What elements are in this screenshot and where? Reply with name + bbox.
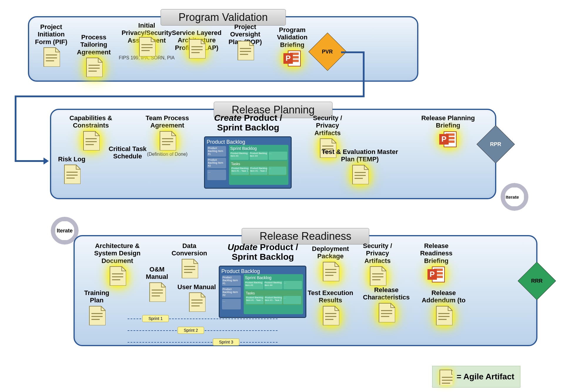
document-icon — [322, 261, 339, 281]
gate-label: PVR — [322, 48, 333, 55]
sprint-lane-line — [128, 342, 278, 343]
artifact-data-conversion: Data Conversion — [169, 242, 210, 279]
product-backlog-panel: Product Backlog Product Backlog Item #1 … — [204, 136, 292, 189]
artifact-label: Training Plan — [78, 289, 116, 304]
artifact-label: Release Addendum (to — [416, 289, 472, 304]
artifact-pta: Process Tailoring Agreement — [69, 33, 119, 78]
artifact-label: Team Process Agreement — [142, 114, 192, 129]
document-icon — [369, 265, 386, 286]
powerpoint-icon — [427, 265, 446, 284]
iterate-label: Iterate — [57, 228, 73, 234]
flow-line — [15, 96, 365, 97]
document-icon — [108, 265, 126, 286]
flow-line — [363, 51, 365, 96]
artifact-label: Process Tailoring Agreement — [69, 33, 119, 56]
artifact-label: Security / Privacy Artifacts — [307, 114, 348, 137]
powerpoint-icon — [283, 49, 302, 68]
legend-text: = Agile Artifact — [457, 372, 514, 381]
artifact-tpa: Team Process Agreement (Definition of Do… — [142, 114, 192, 157]
document-icon — [63, 163, 81, 184]
document-icon — [181, 258, 198, 278]
artifact-pv-briefing: Program Validation Briefing — [270, 26, 314, 69]
artifact-sublabel: (Definition of Done) — [142, 152, 192, 157]
artifact-risk-log: Risk Log — [54, 155, 89, 185]
flow-line — [15, 96, 16, 160]
artifact-slap: Service Layered Architecture Profile (SL… — [170, 29, 223, 60]
backlog-create-title: Create Product / Sprint Backlog — [201, 113, 295, 132]
document-icon — [158, 130, 176, 150]
artifact-training-plan: Training Plan — [78, 289, 116, 326]
artifact-label: Test Execution Results — [304, 289, 357, 304]
artifact-label: User Manual — [175, 283, 219, 291]
document-icon — [82, 130, 100, 150]
iterate-label: Iterate — [506, 195, 523, 200]
artifact-label: Release Readiness Briefing — [413, 242, 460, 264]
artifact-label: Data Conversion — [169, 242, 210, 257]
artifact-asdd: Architecture & System Design Document — [89, 242, 145, 287]
arrow-icon — [44, 158, 49, 165]
artifact-label: Program Validation Briefing — [270, 26, 314, 48]
document-icon — [438, 368, 452, 385]
document-icon — [138, 36, 156, 56]
flow-line — [15, 160, 44, 162]
artifact-ipsa: Initial Privacy/Security Assessment FIPS… — [117, 22, 176, 61]
document-icon — [148, 281, 166, 302]
document-icon — [188, 38, 206, 58]
document-icon — [435, 305, 452, 325]
artifact-security-privacy: Security / Privacy Artifacts — [357, 242, 398, 287]
artifact-rr-briefing: Release Readiness Briefing — [413, 242, 460, 285]
document-icon — [188, 291, 206, 312]
artifact-label: Capabilities & Constraints — [69, 114, 113, 129]
document-icon — [322, 305, 339, 325]
backlog-update-title: Update Product / Sprint Backlog — [216, 242, 310, 262]
artifact-label: Architecture & System Design Document — [89, 242, 145, 264]
tasks-header: Tasks — [231, 162, 286, 166]
artifact-pop: Project Oversight Plan (POP) — [223, 23, 267, 61]
artifact-label: Test & Evaluation Master Plan (TEMP) — [322, 148, 398, 163]
sprint-box-3: Sprint 3 — [213, 339, 239, 346]
gate-label: RRR — [531, 278, 543, 284]
document-icon — [85, 56, 103, 77]
artifact-label: Deployment Package — [307, 245, 354, 260]
artifact-release-addendum: Release Addendum (to — [416, 289, 472, 326]
product-backlog-panel: Product Backlog Product Backlog Item #1 … — [219, 266, 306, 318]
artifact-deployment-package: Deployment Package — [307, 245, 354, 282]
artifact-label: Risk Log — [54, 155, 89, 163]
phase-program-validation: Program Validation Project Initiation Fo… — [28, 16, 418, 82]
document-icon — [236, 40, 254, 60]
sprint-backlog-header: Sprint Backlog — [245, 275, 302, 280]
flow-line — [341, 51, 365, 53]
artifact-test-exec-results: Test Execution Results — [304, 289, 357, 326]
sprint-box-1: Sprint 1 — [142, 315, 169, 322]
gate-label: RPR — [490, 141, 501, 147]
phase-release-planning: Release Planning Capabilities & Constrai… — [50, 109, 496, 199]
backlog-header: Product Backlog — [207, 139, 289, 145]
powerpoint-icon — [439, 130, 457, 149]
artifact-rp-briefing: Release Planning Briefing — [416, 114, 480, 150]
legend-agile-artifact: = Agile Artifact — [432, 366, 520, 388]
artifact-pif: Project Initiation Form (PIF) — [32, 23, 70, 68]
diagram-canvas: Program Validation Project Initiation Fo… — [0, 0, 588, 392]
document-icon — [42, 46, 60, 67]
document-icon — [377, 302, 395, 322]
artifact-label: Release Planning Briefing — [416, 114, 480, 129]
artifact-label: Security / Privacy Artifacts — [357, 242, 398, 264]
sprint-box-2: Sprint 2 — [178, 327, 204, 334]
sprint-backlog-header: Sprint Backlog — [230, 146, 287, 151]
tasks-header: Tasks — [246, 291, 301, 295]
artifact-user-manual: User Manual — [175, 283, 219, 313]
document-icon — [351, 164, 369, 184]
iterate-cycle-right: Iterate — [500, 182, 529, 212]
phase-release-readiness: Release Readiness Architecture & System … — [74, 235, 537, 346]
artifact-release-characteristics: Release Characteristics — [360, 286, 413, 324]
document-icon — [88, 305, 106, 325]
artifact-label: Release Characteristics — [360, 286, 413, 301]
backlog-header: Product Backlog — [221, 268, 304, 274]
artifact-temp: Test & Evaluation Master Plan (TEMP) — [322, 148, 398, 185]
artifact-label: Project Initiation Form (PIF) — [32, 23, 70, 46]
